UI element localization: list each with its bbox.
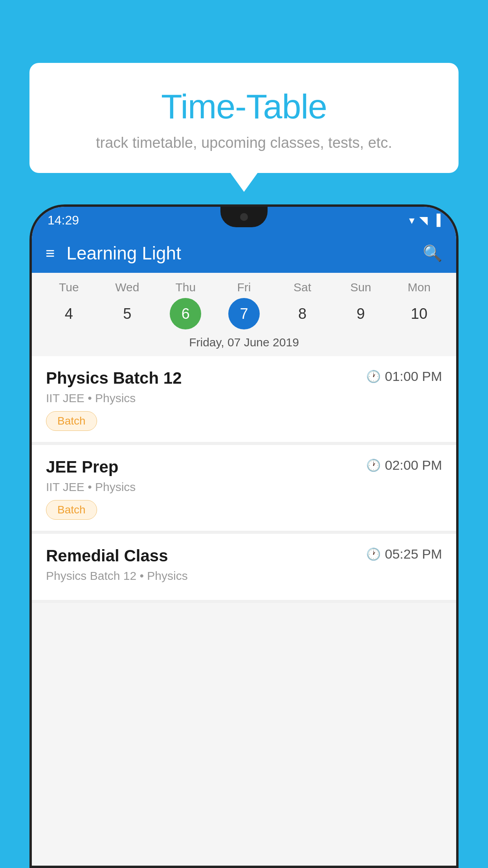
day-col-sat[interactable]: Sat 8 [277,281,328,329]
notch [220,207,268,227]
schedule-item-2-header: JEE Prep 🕐 02:00 PM [46,458,442,476]
bubble-subtitle: track timetable, upcoming classes, tests… [49,134,439,151]
clock-icon-1: 🕐 [366,370,381,383]
day-col-mon[interactable]: Mon 10 [394,281,445,329]
schedule-item-3-header: Remedial Class 🕐 05:25 PM [46,546,442,565]
day-col-sun[interactable]: Sun 9 [335,281,386,329]
bubble-title: Time-Table [49,86,439,127]
status-icons: ▾ ◥ ▐ [409,214,440,227]
selected-date-label: Friday, 07 June 2019 [32,329,456,356]
day-number-5: 5 [112,298,143,329]
day-col-wed[interactable]: Wed 5 [102,281,153,329]
schedule-item-3-title: Remedial Class [46,546,168,565]
day-col-fri[interactable]: Fri 7 [218,281,270,329]
schedule-item-physics-batch-12[interactable]: Physics Batch 12 🕐 01:00 PM IIT JEE • Ph… [32,356,456,442]
day-col-tue[interactable]: Tue 4 [43,281,94,329]
schedule-item-1-time: 01:00 PM [385,369,442,384]
schedule-item-3-subtitle: Physics Batch 12 • Physics [46,569,442,583]
calendar-strip: Tue 4 Wed 5 Thu 6 Fri 7 Sat 8 [32,273,456,356]
signal-icon: ◥ [419,214,428,227]
schedule-item-jee-prep[interactable]: JEE Prep 🕐 02:00 PM IIT JEE • Physics Ba… [32,445,456,531]
clock-icon-3: 🕐 [366,547,381,561]
day-label-tue: Tue [59,281,79,294]
day-col-thu[interactable]: Thu 6 [160,281,211,329]
schedule-item-1-subtitle: IIT JEE • Physics [46,392,442,405]
schedule-item-1-header: Physics Batch 12 🕐 01:00 PM [46,369,442,388]
schedule-item-2-title: JEE Prep [46,458,118,476]
day-label-thu: Thu [176,281,196,294]
phone-screen: 14:29 ▾ ◥ ▐ ≡ Learning Light 🔍 Tue 4 [32,207,456,866]
schedule-item-remedial-class[interactable]: Remedial Class 🕐 05:25 PM Physics Batch … [32,534,456,600]
speech-bubble: Time-Table track timetable, upcoming cla… [29,63,459,173]
day-label-wed: Wed [115,281,139,294]
batch-badge-1: Batch [46,411,97,431]
schedule-list: Physics Batch 12 🕐 01:00 PM IIT JEE • Ph… [32,356,456,603]
schedule-item-3-time: 05:25 PM [385,546,442,562]
schedule-item-2-time-container: 🕐 02:00 PM [366,458,442,473]
day-number-4: 4 [53,298,84,329]
day-number-10: 10 [404,298,435,329]
day-label-fri: Fri [237,281,251,294]
day-label-sun: Sun [350,281,371,294]
wifi-icon: ▾ [409,214,415,227]
day-number-6: 6 [170,298,201,329]
day-label-mon: Mon [407,281,430,294]
schedule-item-1-title: Physics Batch 12 [46,369,182,388]
schedule-item-2-time: 02:00 PM [385,458,442,473]
speech-bubble-container: Time-Table track timetable, upcoming cla… [29,63,459,173]
schedule-item-2-subtitle: IIT JEE • Physics [46,480,442,494]
schedule-item-3-time-container: 🕐 05:25 PM [366,546,442,562]
status-bar: 14:29 ▾ ◥ ▐ [32,207,456,234]
batch-badge-2: Batch [46,500,97,520]
day-number-9: 9 [345,298,376,329]
battery-icon: ▐ [433,214,440,226]
search-icon[interactable]: 🔍 [423,244,442,263]
status-time: 14:29 [48,213,79,228]
day-number-8: 8 [287,298,318,329]
app-header: ≡ Learning Light 🔍 [32,234,456,273]
schedule-item-1-time-container: 🕐 01:00 PM [366,369,442,384]
day-label-sat: Sat [294,281,311,294]
hamburger-icon[interactable]: ≡ [46,245,55,262]
days-row: Tue 4 Wed 5 Thu 6 Fri 7 Sat 8 [32,281,456,329]
day-number-7: 7 [228,298,260,329]
clock-icon-2: 🕐 [366,458,381,472]
phone-frame: 14:29 ▾ ◥ ▐ ≡ Learning Light 🔍 Tue 4 [29,204,459,868]
camera-dot [240,213,248,221]
app-title: Learning Light [66,243,423,264]
